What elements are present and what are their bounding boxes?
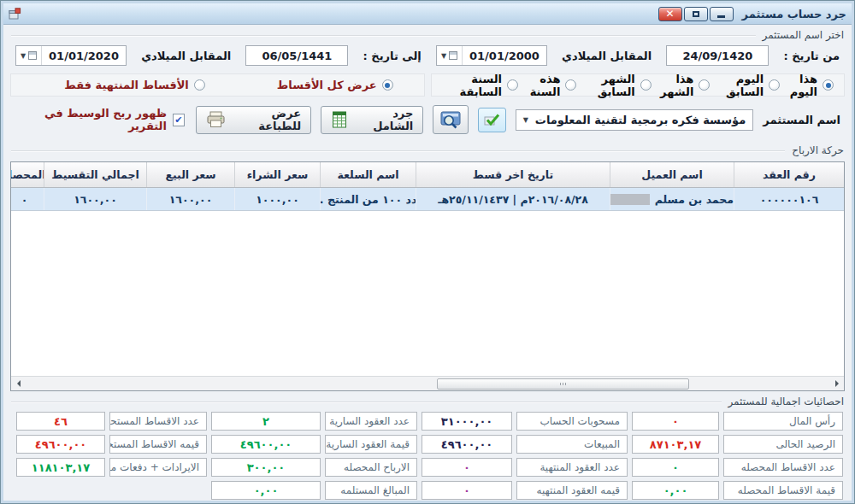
- stat-label-capital: رأس المال: [723, 412, 843, 431]
- stat-value-active-contracts-count: ٢: [211, 412, 321, 431]
- app-window: جرد حساب مستثمر ✕ اختر اسم المستثمر من ت…: [0, 0, 855, 504]
- table-row[interactable]: ٠٠٠٠٠٠١٠٦ محمد بن مسلم ٢٠١٦/٠٨/٢٨م | ٢٥/…: [11, 188, 844, 211]
- period-filter-row: هذا اليوم اليوم السابق هذا الشهر الشهر ا…: [3, 73, 852, 97]
- search-inventory-button[interactable]: [433, 105, 469, 134]
- minimize-button[interactable]: [710, 7, 734, 21]
- stat-label-finished-contracts-count: عدد العقود المنتهية: [516, 458, 628, 477]
- stat-label-sales: المبيعات: [516, 435, 628, 454]
- from-date-gregorian-picker[interactable]: 01/01/2000 ▼: [436, 45, 547, 66]
- group-stats-label: احصائيات اجمالية للمستثمر: [728, 396, 845, 407]
- title-bar: جرد حساب مستثمر ✕: [3, 3, 852, 25]
- radio-icon: [565, 79, 576, 91]
- radio-previous-day[interactable]: اليوم السابق: [710, 73, 780, 98]
- toolbar-row: اسم المستثمر مؤسسة فكره برمجية لتقنية ال…: [3, 103, 852, 136]
- checkbox-icon[interactable]: [173, 114, 185, 126]
- scroll-right-arrow[interactable]: [829, 377, 844, 390]
- to-date-hijri-input[interactable]: 06/05/1441: [245, 45, 348, 66]
- stat-label-finished-contracts-value: قيمه العقود المنتهيه: [516, 481, 628, 500]
- form-component-icon: [9, 8, 21, 21]
- chevron-down-icon: ▼: [21, 52, 26, 60]
- profit-movement-grid: رقم العقد اسم العميل تاريخ اخر قسط اسم ا…: [10, 161, 845, 391]
- confirm-selection-button[interactable]: [478, 108, 506, 132]
- datepicker-dropdown[interactable]: ▼: [16, 46, 42, 65]
- chevron-down-icon: ▼: [441, 52, 446, 60]
- column-header-total-installment[interactable]: اجمالي التقسيط: [44, 162, 146, 187]
- radio-icon: [640, 79, 652, 91]
- stat-label-current-balance: الرصيد الحالى: [723, 435, 843, 454]
- stat-value-received-amounts: ٠,٠٠: [211, 481, 321, 500]
- stats-table: رأس المال ٠ مسحوبات الحساب ٣١٠٠٠,٠٠ عدد …: [3, 410, 852, 500]
- cell-collected: ٠: [10, 188, 44, 210]
- stat-label-active-contracts-value: قيمة العقود السارية: [325, 435, 417, 454]
- radio-icon: [699, 79, 710, 91]
- radio-previous-month[interactable]: الشهر السابق: [576, 73, 651, 98]
- radio-show-all-installments[interactable]: عرض كل الأقساط: [277, 79, 393, 91]
- grid-header-row: رقم العقد اسم العميل تاريخ اخر قسط اسم ا…: [11, 162, 844, 188]
- column-header-sell-price[interactable]: سعر البيع: [146, 162, 234, 187]
- client-area: جرد حساب مستثمر ✕ اختر اسم المستثمر من ت…: [3, 3, 852, 501]
- stat-value-collected-installments-value: ٠,٠٠: [632, 481, 719, 500]
- green-check-icon: [484, 113, 500, 127]
- radio-this-year[interactable]: هذه السنة: [518, 73, 576, 98]
- stat-label-revenues-advance-payments: الايرادات + دفعات مقدمه: [109, 458, 207, 477]
- print-preview-button[interactable]: عرض للطباعة: [196, 106, 311, 134]
- column-header-contract-no[interactable]: رقم العقد: [734, 162, 844, 187]
- radio-finished-installments-only[interactable]: الأقساط المنتهية فقط: [64, 79, 205, 91]
- radio-icon: [507, 79, 518, 91]
- full-inventory-button[interactable]: جرد الشامل: [321, 106, 423, 134]
- from-date-hijri-input[interactable]: 24/09/1420: [666, 45, 769, 66]
- window-title: جرد حساب مستثمر: [742, 8, 846, 21]
- column-header-last-installment-date[interactable]: تاريخ اخر قسط: [416, 162, 610, 187]
- radio-icon: [194, 79, 205, 91]
- stat-label-received-amounts: المبالغ المستلمه: [325, 481, 417, 500]
- from-date-label: من تاريخ :: [784, 50, 840, 62]
- gregorian-equivalent-label-2: المقابل الميلادي: [141, 50, 231, 62]
- cell-item-name: عدد ١٠٠ من المنتج ...: [320, 188, 416, 210]
- calendar-icon: [449, 51, 457, 60]
- column-header-item-name[interactable]: اسم السلعة: [320, 162, 416, 187]
- stat-label-collected-profits: الارباح المحصله: [325, 458, 417, 477]
- group-select-investor-caption: اختر اسم المستثمر: [3, 28, 852, 42]
- stat-value-sales: ٤٩٦٠٠,٠٠: [422, 435, 512, 454]
- radio-this-month[interactable]: هذا الشهر: [652, 73, 711, 98]
- broker-profit-checkbox-group[interactable]: ظهور ربح الوسيط في التقرير: [15, 107, 185, 132]
- stat-value-due-installments-count: ٤٦: [16, 412, 105, 431]
- column-header-client-name[interactable]: اسم العميل: [610, 162, 734, 187]
- stat-label-due-installments-value: قيمه الاقساط المستحقه: [109, 435, 207, 454]
- datepicker-dropdown[interactable]: ▼: [437, 46, 463, 65]
- radio-icon: [769, 79, 780, 91]
- to-date-gregorian-picker[interactable]: 01/01/2020 ▼: [15, 45, 127, 66]
- cell-last-installment-date: ٢٠١٦/٠٨/٢٨م | ٢٥/١١/١٤٣٧هـ: [416, 188, 610, 210]
- radio-icon: [823, 79, 834, 91]
- cell-client-name: محمد بن مسلم: [610, 188, 734, 210]
- period-radios-panel: هذا اليوم اليوم السابق هذا الشهر الشهر ا…: [431, 73, 845, 97]
- stat-label-collected-installments-count: عدد الاقساط المحصله: [723, 458, 843, 477]
- scrollbar-thumb[interactable]: [437, 378, 689, 390]
- close-button[interactable]: ✕: [658, 7, 682, 21]
- stat-value-due-installments-value: ٤٩٦٠٠,٠٠: [16, 435, 105, 454]
- column-header-collected[interactable]: المحصل: [10, 162, 44, 187]
- redacted-client-text: [610, 194, 650, 205]
- cell-contract-no: ٠٠٠٠٠٠١٠٦: [734, 188, 844, 210]
- radio-today[interactable]: هذا اليوم: [780, 73, 834, 98]
- stat-value-collected-installments-count: ٠: [632, 458, 719, 477]
- stat-label-active-contracts-count: عدد العقود السارية: [325, 412, 417, 431]
- cell-buy-price: ١٠٠٠,٠٠: [234, 188, 320, 210]
- radio-previous-year[interactable]: السنة السابقة: [442, 73, 518, 98]
- column-header-buy-price[interactable]: سعر الشراء: [234, 162, 320, 187]
- stat-value-finished-contracts-value: ٠: [422, 481, 512, 500]
- group-select-investor-label: اختر اسم المستثمر: [763, 29, 844, 41]
- maximize-icon: [693, 11, 699, 17]
- horizontal-scrollbar[interactable]: [11, 376, 844, 390]
- stat-value-revenues-advance-payments: ١١٨١٠٣,١٧: [16, 458, 105, 477]
- cell-sell-price: ١٦٠٠,٠٠: [146, 188, 234, 210]
- stat-value-collected-profits: ٣٠٠,٠٠: [211, 458, 321, 477]
- stat-value-capital: ٠: [632, 412, 719, 431]
- maximize-button[interactable]: [684, 7, 708, 21]
- cell-total-installment: ١٦٠٠,٠٠: [44, 188, 146, 210]
- scroll-left-arrow[interactable]: [11, 377, 26, 390]
- investor-name-combobox[interactable]: مؤسسة فكره برمجية لتقنية المعلومات ▼: [516, 109, 754, 131]
- gregorian-equivalent-label-1: المقابل الميلادي: [562, 50, 652, 62]
- stat-value-finished-contracts-count: ٠: [422, 458, 512, 477]
- stat-value-current-balance: ٨٧١٠٣,١٧: [632, 435, 719, 454]
